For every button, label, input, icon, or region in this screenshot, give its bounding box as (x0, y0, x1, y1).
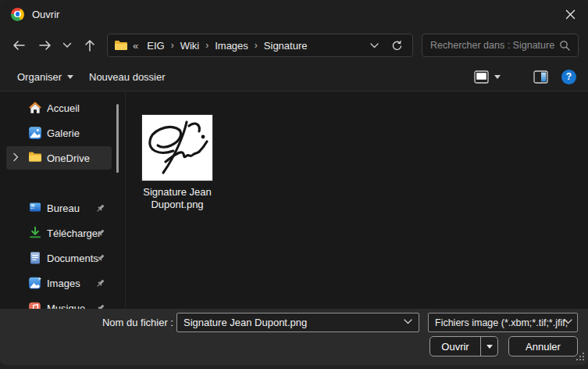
breadcrumb-item-signature[interactable]: Signature (258, 40, 313, 52)
title-bar: Ouvrir (0, 0, 588, 28)
help-button[interactable]: ? (558, 63, 579, 91)
address-dropdown-button[interactable] (370, 43, 379, 48)
file-thumbnail (142, 115, 212, 181)
filename-input[interactable] (176, 313, 419, 332)
chevron-down-icon (67, 75, 73, 79)
sidebar-divider (125, 91, 126, 309)
new-folder-label: Nouveau dossier (89, 71, 166, 83)
recent-locations-button[interactable] (59, 35, 75, 56)
organize-button[interactable]: Organiser (14, 63, 77, 91)
filetype-value: Fichiers image (*.xbm;*.tif;*.jfif; (435, 317, 568, 328)
new-folder-button[interactable]: Nouveau dossier (86, 63, 169, 91)
cancel-button-label: Annuler (526, 341, 561, 353)
pictures-icon (28, 276, 42, 290)
pin-icon (95, 253, 105, 263)
refresh-icon (391, 40, 403, 52)
chrome-icon (11, 8, 24, 21)
search-box (422, 34, 579, 57)
sidebar-item-label: Bureau (47, 202, 101, 214)
music-icon (28, 301, 42, 309)
sidebar-item-label: Accueil (47, 102, 101, 114)
forward-icon (38, 39, 52, 52)
filetype-select[interactable]: Fichiers image (*.xbm;*.tif;*.jfif; (428, 313, 578, 332)
file-name-line1: Signature Jean (130, 186, 224, 199)
sidebar-item-label: Galerie (47, 127, 101, 139)
gallery-icon (28, 126, 42, 140)
resize-grip[interactable] (583, 359, 584, 360)
desktop-icon (28, 201, 42, 215)
document-icon (28, 251, 42, 265)
sidebar-item-galerie[interactable]: Galerie (6, 121, 112, 145)
view-icon (474, 70, 489, 84)
sidebar-item-label: Musique (47, 303, 101, 310)
download-icon (28, 226, 42, 240)
screen: Ouvrir (0, 0, 588, 369)
pin-icon (95, 228, 105, 238)
pin-icon (95, 203, 105, 213)
view-mode-button[interactable] (471, 63, 504, 91)
sidebar-scrollbar[interactable] (116, 104, 119, 173)
filename-label: Nom du fichier : (78, 317, 173, 328)
preview-pane-button[interactable] (530, 63, 551, 91)
address-bar[interactable]: « EIG › Wiki › Images › Signature (107, 34, 413, 57)
up-icon (84, 39, 96, 52)
pin-icon (95, 278, 105, 288)
file-item-signature[interactable]: Signature Jean Dupont.png (130, 115, 224, 211)
chevron-down-icon (486, 345, 493, 349)
sidebar-item-accueil[interactable]: Accueil (6, 96, 112, 120)
preview-pane-icon (533, 70, 548, 84)
chevron-down-icon (494, 75, 501, 79)
breadcrumb-item-eig[interactable]: EIG (141, 40, 169, 52)
forward-button[interactable] (35, 35, 55, 56)
chevron-down-icon (62, 42, 72, 48)
sidebar-item-label: Images (47, 278, 101, 289)
close-icon (565, 9, 576, 20)
home-icon (28, 101, 42, 115)
organize-label: Organiser (17, 71, 62, 83)
search-icon[interactable] (559, 40, 570, 51)
folder-icon (28, 151, 42, 165)
filetype-dropdown-icon[interactable] (564, 319, 572, 324)
cancel-button[interactable]: Annuler (508, 336, 578, 356)
breadcrumb-item-images[interactable]: Images (209, 40, 254, 52)
breadcrumb-overflow-button[interactable]: « (133, 40, 138, 52)
expand-chevron-icon[interactable] (11, 152, 20, 162)
sidebar-item-onedrive[interactable]: OneDrive (6, 146, 112, 170)
search-input[interactable] (430, 40, 559, 51)
pin-icon (95, 303, 105, 309)
window-title: Ouvrir (32, 9, 59, 20)
help-icon: ? (561, 70, 576, 84)
sidebar-item-label: Documents (47, 253, 101, 264)
chevron-down-icon (370, 43, 379, 48)
open-file-dialog: Ouvrir (0, 0, 588, 365)
up-button[interactable] (80, 35, 100, 56)
close-button[interactable] (552, 0, 588, 28)
back-button[interactable] (9, 35, 29, 56)
signature-image (142, 115, 212, 181)
breadcrumb-item-wiki[interactable]: Wiki (175, 40, 205, 52)
open-button-label: Ouvrir (430, 341, 480, 353)
open-button[interactable]: Ouvrir (429, 336, 498, 356)
sidebar-item-label: Téléchargem (47, 227, 101, 239)
open-dropdown-button[interactable] (481, 345, 497, 349)
refresh-button[interactable] (391, 40, 403, 52)
folder-icon (114, 40, 128, 51)
back-icon (12, 39, 26, 52)
command-bar: Organiser Nouveau dossier (0, 63, 588, 91)
footer-bar: Nom du fichier : Fichiers image (*.xbm;*… (0, 309, 588, 365)
file-name-line2: Dupont.png (130, 199, 224, 211)
navigation-bar: « EIG › Wiki › Images › Signature (0, 28, 588, 63)
sidebar-item-label: OneDrive (47, 152, 101, 164)
dialog-content: Accueil Galerie (0, 91, 588, 309)
